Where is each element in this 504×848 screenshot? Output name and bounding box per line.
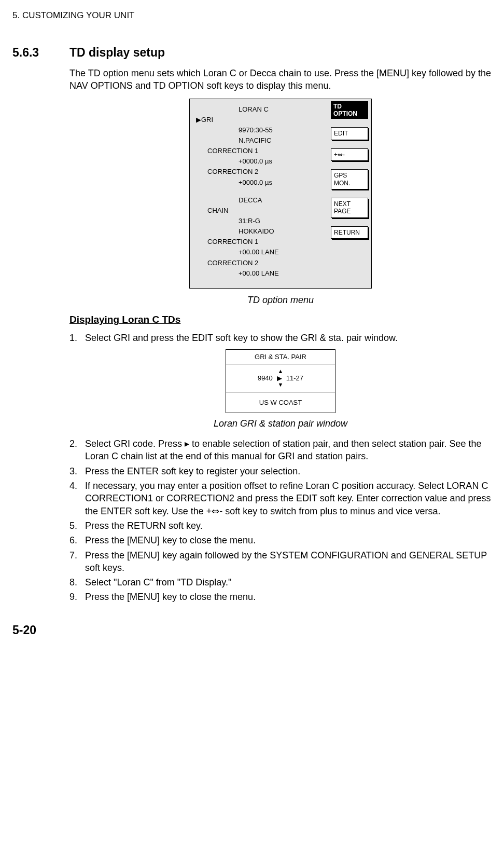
step-number: 7.: [69, 549, 85, 575]
decca-correction2-label: CORRECTION 2: [207, 258, 327, 268]
step-text: If necessary, you may enter a position o…: [85, 480, 492, 517]
step-text: Press the [MENU] key again followed by t…: [85, 549, 492, 575]
decca-correction1-value: +00.00 LANE: [239, 247, 327, 257]
edit-softkey[interactable]: EDIT: [331, 127, 368, 140]
figure2-caption: Loran GRI & station pair window: [69, 418, 492, 429]
gri-window-body: ▲ 9940 ▶ 11-27 ▼: [226, 364, 335, 392]
step-text: Press the ENTER soft key to register you…: [85, 465, 492, 477]
loran-c-label: LORAN C: [239, 104, 327, 115]
gps-mon-softkey[interactable]: GPS MON.: [331, 169, 368, 189]
step-4: 4. If necessary, you may enter a positio…: [69, 480, 492, 517]
step-text: Press the [MENU] key to close the menu.: [85, 534, 492, 546]
chain-value: 31:R-G: [239, 216, 327, 226]
right-arrow-icon: ▶: [277, 374, 282, 382]
softkey-title: TD OPTION: [331, 101, 368, 119]
correction2-label: CORRECTION 2: [207, 167, 327, 177]
step-text: Press the [MENU] key to close the menu.: [85, 591, 492, 603]
step-number: 1.: [69, 332, 85, 344]
section-title: TD display setup: [69, 46, 165, 60]
gri-row: ▶GRI: [196, 115, 327, 125]
chain-label: CHAIN: [207, 206, 327, 216]
next-page-line2: PAGE: [334, 208, 365, 215]
down-arrow-icon: ▼: [226, 382, 335, 388]
section-heading: 5.6.3 TD display setup: [12, 46, 492, 60]
step-number: 4.: [69, 480, 85, 517]
displaying-loran-subheading: Displaying Loran C TDs: [69, 314, 492, 325]
chapter-header: 5. CUSTOMIZING YOUR UNIT: [12, 10, 492, 21]
step-7: 7. Press the [MENU] key again followed b…: [69, 549, 492, 575]
gri-left-value: 9940: [258, 374, 273, 382]
step-text: Press the RETURN soft key.: [85, 519, 492, 532]
gri-window-title: GRI & STA. PAIR: [226, 350, 335, 364]
step-5: 5. Press the RETURN soft key.: [69, 519, 492, 532]
correction2-value: +0000.0 µs: [239, 177, 327, 188]
step-number: 9.: [69, 591, 85, 603]
cursor-icon: ▶: [196, 115, 201, 125]
step-text: Select GRI code. Press ▸ to enable selec…: [85, 437, 492, 463]
step-number: 3.: [69, 465, 85, 477]
plus-minus-softkey[interactable]: +⇔-: [331, 148, 368, 161]
step-8: 8. Select "Loran C" from "TD Display.": [69, 576, 492, 589]
gps-mon-line2: MON.: [334, 180, 365, 187]
correction1-label: CORRECTION 1: [207, 146, 327, 156]
gps-mon-line1: GPS: [334, 172, 365, 179]
intro-paragraph: The TD option menu sets which Loran C or…: [69, 67, 492, 92]
gri-label: GRI: [201, 116, 213, 124]
decca-label: DECCA: [239, 195, 327, 206]
gri-region: N.PACIFIC: [239, 135, 327, 146]
next-page-line1: NEXT: [334, 200, 365, 208]
correction1-value: +0000.0 µs: [239, 156, 327, 167]
return-softkey[interactable]: RETURN: [331, 226, 368, 239]
decca-correction1-label: CORRECTION 1: [207, 237, 327, 247]
step-number: 2.: [69, 437, 85, 463]
softkey-title-line2: OPTION: [333, 110, 366, 117]
page-number: 5-20: [12, 623, 492, 637]
figure1-caption: TD option menu: [69, 295, 492, 306]
step-1: 1. Select GRI and press the EDIT soft ke…: [69, 332, 492, 344]
section-number: 5.6.3: [12, 46, 69, 60]
gri-value: 9970:30-55: [239, 125, 327, 135]
chain-region: HOKKAIDO: [239, 226, 327, 237]
next-page-softkey[interactable]: NEXT PAGE: [331, 198, 368, 218]
menu-left-panel: LORAN C ▶GRI 9970:30-55 N.PACIFIC CORREC…: [190, 99, 331, 288]
step-3: 3. Press the ENTER soft key to register …: [69, 465, 492, 477]
td-option-menu-figure: LORAN C ▶GRI 9970:30-55 N.PACIFIC CORREC…: [189, 99, 372, 289]
gri-sta-pair-window: GRI & STA. PAIR ▲ 9940 ▶ 11-27 ▼ US W CO…: [226, 349, 335, 413]
step-number: 5.: [69, 519, 85, 532]
step-text: Select GRI and press the EDIT soft key t…: [85, 332, 492, 344]
step-number: 6.: [69, 534, 85, 546]
up-arrow-icon: ▲: [226, 368, 335, 374]
step-9: 9. Press the [MENU] key to close the men…: [69, 591, 492, 603]
gri-right-value: 11-27: [286, 374, 303, 382]
softkey-title-line1: TD: [333, 103, 366, 110]
gri-window-region: US W COAST: [226, 392, 335, 413]
softkey-column: TD OPTION EDIT +⇔- GPS MON. NEXT PAGE RE…: [331, 99, 371, 288]
decca-correction2-value: +00.00 LANE: [239, 268, 327, 279]
step-text: Select "Loran C" from "TD Display.": [85, 576, 492, 589]
step-2: 2. Select GRI code. Press ▸ to enable se…: [69, 437, 492, 463]
step-number: 8.: [69, 576, 85, 589]
step-6: 6. Press the [MENU] key to close the men…: [69, 534, 492, 546]
